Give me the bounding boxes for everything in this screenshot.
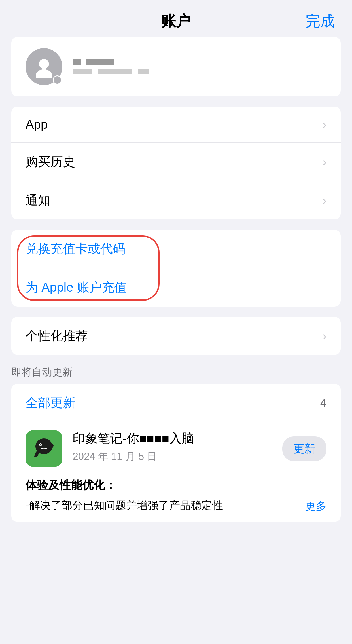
- menu-item-purchase[interactable]: 购买历史 ›: [11, 143, 341, 181]
- evernote-update-item: 印象笔记-你■■■■入脑 2024 年 11 月 5 日 更新: [11, 420, 341, 477]
- sub-blur-3: [138, 69, 149, 74]
- done-button[interactable]: 完成: [306, 11, 335, 31]
- profile-section[interactable]: [11, 37, 341, 96]
- avatar-icon: [33, 55, 55, 78]
- evernote-app-icon: [26, 430, 62, 467]
- update-count-badge: 4: [320, 396, 326, 409]
- evernote-icon: [30, 434, 58, 463]
- app-label: App: [26, 117, 48, 132]
- notifications-label: 通知: [26, 192, 50, 209]
- personalized-label: 个性化推荐: [26, 328, 88, 344]
- update-notes: 体验及性能优化： -解决了部分已知问题并增强了产品稳定性 更多: [11, 477, 341, 522]
- updates-section: 全部更新 4 印象笔记-你■■■■入脑 2024 年: [11, 384, 341, 522]
- personalized-section: 个性化推荐 ›: [11, 317, 341, 355]
- evernote-name: 印象笔记-你■■■■入脑: [73, 430, 272, 447]
- sub-blur-2: [98, 69, 132, 74]
- chevron-icon-notifications: ›: [322, 193, 326, 208]
- evernote-date: 2024 年 11 月 5 日: [73, 450, 272, 464]
- menu-item-personalized[interactable]: 个性化推荐 ›: [11, 317, 341, 355]
- avatar: [26, 48, 62, 85]
- name-blur-1: [73, 59, 81, 65]
- chevron-icon-app: ›: [322, 117, 326, 132]
- header: 账户 完成: [0, 0, 352, 37]
- profile-info: [73, 59, 149, 74]
- update-notes-title: 体验及性能优化：: [26, 477, 326, 493]
- page-title: 账户: [161, 11, 191, 31]
- update-notes-text: -解决了部分已知问题并增强了产品稳定性: [26, 497, 223, 514]
- menu-item-notifications[interactable]: 通知 ›: [11, 181, 341, 219]
- more-link[interactable]: 更多: [305, 499, 326, 514]
- topup-label: 为 Apple 账户充值: [26, 279, 127, 296]
- update-header: 全部更新 4: [11, 384, 341, 420]
- menu-item-topup[interactable]: 为 Apple 账户充值: [11, 268, 341, 307]
- svg-point-1: [36, 69, 52, 78]
- menu-section-1: App › 购买历史 › 通知 ›: [11, 107, 341, 219]
- svg-point-0: [39, 59, 49, 69]
- avatar-badge: [53, 75, 62, 85]
- chevron-icon-purchase: ›: [322, 155, 326, 169]
- menu-item-redeem[interactable]: 兑换充值卡或代码: [11, 230, 341, 268]
- svg-point-4: [40, 444, 42, 446]
- chevron-icon-personalized: ›: [322, 329, 326, 343]
- redeem-section: 兑换充值卡或代码 为 Apple 账户充值: [11, 230, 341, 307]
- evernote-update-button[interactable]: 更新: [282, 436, 326, 461]
- menu-item-app[interactable]: App ›: [11, 107, 341, 143]
- sub-blur-1: [73, 69, 92, 74]
- name-blur-2: [86, 59, 114, 65]
- evernote-info: 印象笔记-你■■■■入脑 2024 年 11 月 5 日: [73, 430, 272, 464]
- auto-update-label: 即将自动更新: [11, 365, 341, 379]
- redeem-label: 兑换充值卡或代码: [26, 240, 125, 257]
- update-all-button[interactable]: 全部更新: [26, 394, 75, 411]
- purchase-label: 购买历史: [26, 153, 75, 170]
